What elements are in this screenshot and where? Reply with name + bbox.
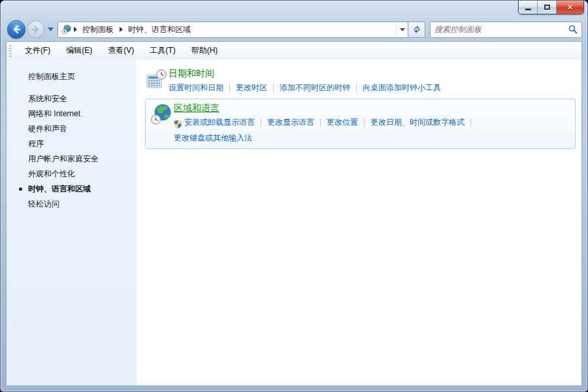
- forward-button[interactable]: [27, 20, 45, 39]
- date-time-title-link[interactable]: 日期和时间: [169, 68, 214, 80]
- link-separator: [273, 84, 274, 92]
- recent-pages-dropdown[interactable]: [48, 27, 54, 31]
- sidebar-item-control-panel-home[interactable]: 控制面板主页: [7, 69, 137, 85]
- link-separator: [364, 118, 365, 127]
- back-button[interactable]: [7, 20, 25, 39]
- sidebar-item-label: 时钟、语言和区域: [28, 184, 91, 193]
- globe-clock-icon: [150, 103, 172, 125]
- active-bullet-icon: [19, 188, 22, 191]
- search-input[interactable]: [434, 25, 568, 35]
- back-arrow-icon: [12, 25, 21, 34]
- menu-bar: 文件(F) 编辑(E) 查看(V) 工具(T) 帮助(H): [7, 42, 581, 59]
- sidebar-item-ease-of-access[interactable]: 轻松访问: [7, 197, 137, 212]
- menu-grip-handle[interactable]: [9, 45, 12, 57]
- breadcrumb-current-category[interactable]: 时钟、语言和区域: [124, 24, 195, 35]
- address-dropdown-button[interactable]: [396, 22, 408, 37]
- region-language-title-link[interactable]: 区域和语言: [174, 103, 220, 114]
- menu-view[interactable]: 查看(V): [100, 42, 142, 59]
- maximize-button[interactable]: [538, 1, 557, 14]
- menu-file[interactable]: 文件(F): [17, 42, 58, 59]
- category-globe-clock-icon: [61, 24, 72, 35]
- menu-help[interactable]: 帮助(H): [184, 42, 226, 59]
- link-separator: [470, 118, 471, 127]
- region-language-task-links-row2: 更改键盘或其他输入法: [174, 133, 477, 144]
- task-change-date-time-number-formats[interactable]: 更改日期、时间或数字格式: [370, 117, 465, 128]
- task-set-time-date[interactable]: 设置时间和日期: [169, 82, 223, 93]
- sidebar-item-clock-language-region[interactable]: 时钟、语言和区域: [7, 182, 137, 197]
- navigation-bar: 控制面板 时钟、语言和区域: [7, 20, 582, 39]
- close-button[interactable]: ✕: [557, 1, 583, 14]
- date-time-task-links: 设置时间和日期 更改时区 添加不同时区的时钟 向桌面添加时钟小工具: [169, 82, 441, 93]
- close-icon: ✕: [566, 3, 573, 11]
- menu-edit[interactable]: 编辑(E): [58, 42, 100, 59]
- calendar-clock-icon: [145, 69, 167, 91]
- control-panel-window: ✕: [0, 0, 588, 392]
- link-separator: [320, 118, 321, 127]
- maximize-icon: [544, 5, 550, 10]
- section-date-time: 日期和时间 设置时间和日期 更改时区 添加不同时区的时钟 向桌面添加时钟小工具: [145, 68, 576, 93]
- sidebar: 控制面板主页 系统和安全 网络和 Internet 硬件和声音 程序 用户帐户和…: [7, 59, 137, 385]
- main-pane: 日期和时间 设置时间和日期 更改时区 添加不同时区的时钟 向桌面添加时钟小工具: [137, 59, 581, 385]
- task-change-location[interactable]: 更改位置: [327, 117, 358, 128]
- chevron-right-icon[interactable]: [119, 27, 123, 32]
- breadcrumb: 控制面板 时钟、语言和区域: [58, 22, 396, 37]
- window-content: 文件(F) 编辑(E) 查看(V) 工具(T) 帮助(H) 控制面板主页 系统和…: [6, 41, 582, 386]
- chevron-right-icon[interactable]: [73, 27, 77, 32]
- section-body: 区域和语言 安装或卸载显示语言 更改显示语言: [174, 103, 477, 144]
- forward-arrow-icon: [31, 25, 41, 34]
- refresh-icon: [412, 25, 421, 34]
- region-language-task-links-row1: 安装或卸载显示语言 更改显示语言 更改位置 更改日期、时间或数字格式: [174, 117, 477, 128]
- task-add-clocks[interactable]: 添加不同时区的时钟: [280, 82, 350, 93]
- section-region-language-hover-box: 区域和语言 安装或卸载显示语言 更改显示语言: [145, 99, 576, 149]
- refresh-button[interactable]: [408, 22, 425, 38]
- sidebar-item-hardware-sound[interactable]: 硬件和声音: [7, 122, 137, 137]
- task-change-display-language[interactable]: 更改显示语言: [267, 117, 314, 128]
- menu-tools[interactable]: 工具(T): [142, 42, 183, 59]
- task-change-keyboards-input-methods[interactable]: 更改键盘或其他输入法: [174, 133, 252, 144]
- caption-button-group: ✕: [518, 1, 584, 14]
- search-icon[interactable]: [568, 25, 578, 34]
- minimize-icon: [525, 8, 531, 10]
- link-separator: [229, 84, 230, 92]
- section-region-language: 区域和语言 安装或卸载显示语言 更改显示语言: [150, 103, 570, 144]
- link-separator: [261, 118, 261, 127]
- chevron-down-icon: [400, 28, 405, 31]
- uac-shield-icon: [174, 120, 182, 129]
- minimize-button[interactable]: [519, 1, 538, 14]
- address-bar[interactable]: 控制面板 时钟、语言和区域: [57, 22, 408, 38]
- task-install-display-language[interactable]: 安装或卸载显示语言: [184, 117, 255, 128]
- search-field-container[interactable]: [430, 22, 582, 38]
- content-area: 控制面板主页 系统和安全 网络和 Internet 硬件和声音 程序 用户帐户和…: [7, 59, 581, 385]
- link-separator: [356, 84, 357, 92]
- sidebar-item-appearance[interactable]: 外观和个性化: [7, 167, 137, 182]
- task-add-clock-gadget[interactable]: 向桌面添加时钟小工具: [363, 82, 441, 93]
- task-change-timezone[interactable]: 更改时区: [236, 82, 267, 93]
- breadcrumb-control-panel[interactable]: 控制面板: [78, 24, 118, 35]
- sidebar-item-system-security[interactable]: 系统和安全: [7, 91, 137, 106]
- section-body: 日期和时间 设置时间和日期 更改时区 添加不同时区的时钟 向桌面添加时钟小工具: [169, 68, 441, 93]
- sidebar-item-programs[interactable]: 程序: [7, 137, 137, 152]
- sidebar-item-network-internet[interactable]: 网络和 Internet: [7, 106, 137, 122]
- sidebar-item-user-accounts[interactable]: 用户帐户和家庭安全: [7, 152, 137, 167]
